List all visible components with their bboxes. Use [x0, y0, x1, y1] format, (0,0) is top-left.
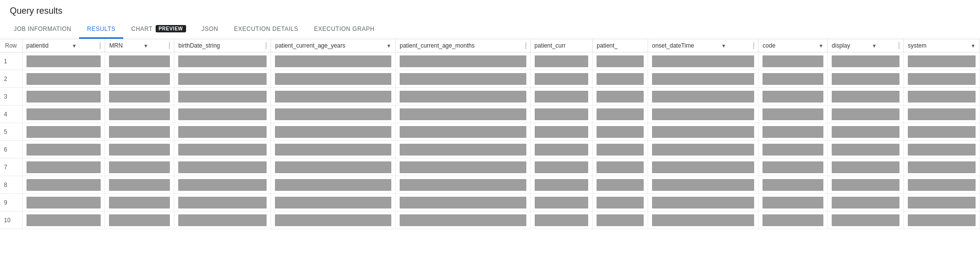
resize-handle[interactable]	[525, 42, 526, 49]
cell-content-block	[762, 126, 823, 138]
col-header-curr1[interactable]: patient_curr	[530, 39, 593, 52]
cell-system	[904, 70, 980, 88]
cell-system	[904, 88, 980, 105]
cell-content-block	[27, 55, 101, 67]
cell-content-block	[27, 91, 101, 103]
cell-onset	[648, 158, 758, 176]
cell-code	[759, 211, 828, 229]
cell-content-block	[908, 144, 976, 156]
cell-content-block	[832, 214, 899, 226]
cell-curr1	[530, 176, 593, 194]
chevron-down-icon: ▼	[872, 43, 877, 49]
cell-content-block	[652, 197, 754, 208]
cell-content-block	[109, 197, 170, 208]
tab-chart[interactable]: CHART PREVIEW	[123, 20, 193, 39]
cell-age-months	[395, 105, 530, 123]
cell-system	[904, 158, 980, 176]
cell-content-block	[109, 55, 170, 67]
cell-mrn	[105, 194, 174, 211]
col-header-age-months[interactable]: patient_current_age_months	[395, 39, 530, 52]
cell-age-months	[395, 70, 530, 88]
cell-content-block	[109, 126, 170, 138]
resize-handle[interactable]	[753, 42, 754, 49]
cell-content-block	[535, 214, 589, 226]
cell-content-block	[597, 179, 644, 191]
cell-system	[904, 194, 980, 211]
tab-job-information[interactable]: JOB INFORMATION	[6, 21, 79, 39]
col-header-age-years[interactable]: patient_current_age_years ▼	[271, 39, 395, 52]
cell-mrn	[105, 105, 174, 123]
cell-content-block	[652, 179, 754, 191]
cell-content-block	[832, 179, 899, 191]
cell-content-block	[275, 214, 391, 226]
page-title: Query results	[0, 0, 980, 20]
cell-patientid	[22, 88, 105, 105]
cell-content-block	[597, 91, 644, 103]
cell-content-block	[832, 73, 899, 85]
cell-age-years	[271, 105, 395, 123]
cell-age-years	[271, 70, 395, 88]
cell-curr2	[593, 70, 648, 88]
cell-birthdate	[174, 158, 271, 176]
col-header-display[interactable]: display ▼	[828, 39, 904, 52]
cell-display	[828, 123, 904, 141]
col-header-onset[interactable]: onset_dateTime ▼	[648, 39, 758, 52]
cell-display	[828, 141, 904, 158]
cell-age-months	[395, 211, 530, 229]
resize-handle[interactable]	[100, 42, 101, 49]
cell-content-block	[109, 214, 170, 226]
resize-handle[interactable]	[169, 42, 170, 49]
cell-curr2	[593, 158, 648, 176]
cell-content-block	[597, 161, 644, 173]
cell-onset	[648, 88, 758, 105]
col-header-patientid[interactable]: patientid ▼	[22, 39, 105, 52]
table-row: 2	[0, 70, 980, 88]
table-row: 7	[0, 158, 980, 176]
cell-content-block	[535, 144, 589, 156]
row-number: 9	[0, 194, 22, 211]
cell-content-block	[832, 55, 899, 67]
cell-content-block	[109, 91, 170, 103]
cell-display	[828, 176, 904, 194]
cell-content-block	[832, 197, 899, 208]
cell-system	[904, 176, 980, 194]
cell-content-block	[178, 73, 267, 85]
cell-birthdate	[174, 88, 271, 105]
cell-content-block	[762, 214, 823, 226]
cell-birthdate	[174, 123, 271, 141]
col-header-birthdate[interactable]: birthDate_string	[174, 39, 271, 52]
cell-onset	[648, 176, 758, 194]
cell-content-block	[535, 73, 589, 85]
cell-birthdate	[174, 176, 271, 194]
cell-curr2	[593, 211, 648, 229]
cell-system	[904, 141, 980, 158]
cell-content-block	[652, 126, 754, 138]
tab-results[interactable]: RESULTS	[79, 21, 123, 39]
col-header-system[interactable]: system ▼	[904, 39, 980, 52]
cell-age-months	[395, 141, 530, 158]
cell-content-block	[908, 214, 976, 226]
cell-content-block	[535, 161, 589, 173]
cell-curr1	[530, 211, 593, 229]
cell-mrn	[105, 52, 174, 70]
cell-age-months	[395, 88, 530, 105]
tab-json[interactable]: JSON	[194, 21, 226, 39]
cell-birthdate	[174, 105, 271, 123]
cell-content-block	[762, 73, 823, 85]
table-row: 8	[0, 176, 980, 194]
tab-execution-graph[interactable]: EXECUTION GRAPH	[306, 21, 382, 39]
resize-handle[interactable]	[266, 42, 267, 49]
resize-handle[interactable]	[898, 42, 899, 49]
cell-content-block	[275, 91, 391, 103]
cell-content-block	[178, 214, 267, 226]
tab-execution-details[interactable]: EXECUTION DETAILS	[226, 21, 306, 39]
row-number: 6	[0, 141, 22, 158]
col-header-curr2[interactable]: patient_	[593, 39, 648, 52]
cell-content-block	[275, 144, 391, 156]
table-row: 6	[0, 141, 980, 158]
col-header-mrn[interactable]: MRN ▼	[105, 39, 174, 52]
cell-content-block	[400, 197, 526, 208]
cell-content-block	[275, 161, 391, 173]
col-header-code[interactable]: code ▼	[759, 39, 828, 52]
row-number: 2	[0, 70, 22, 88]
